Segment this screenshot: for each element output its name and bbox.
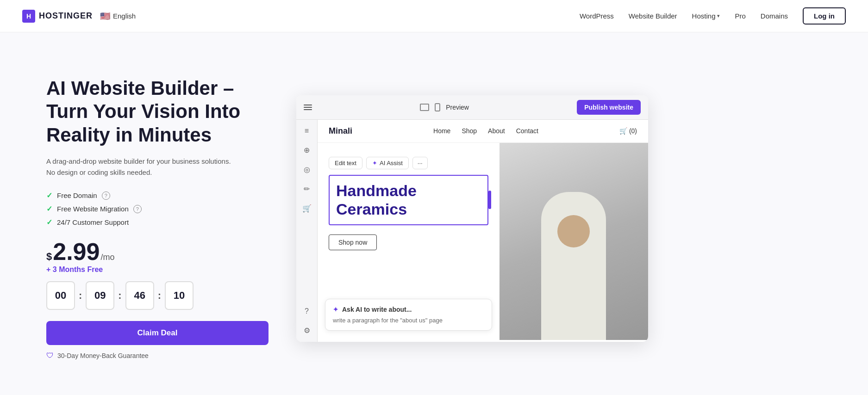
main-header: H HOSTINGER 🇺🇸 English WordPress Website…	[0, 0, 868, 32]
builder-preview: Preview Publish website ≡ ⊕ ◎ ✏ 🛒 ? ⚙	[296, 95, 846, 342]
info-icon-domain[interactable]: ?	[102, 191, 110, 200]
sidebar-help-icon[interactable]: ?	[301, 306, 312, 317]
person-silhouette	[500, 143, 648, 340]
feature-migration: ✓ Free Website Migration ?	[46, 204, 269, 213]
ai-panel-header: ✦ Ask AI to write about...	[333, 306, 484, 313]
countdown-hours: 00	[46, 281, 75, 310]
nav-pro[interactable]: Pro	[735, 12, 745, 20]
nav-domains[interactable]: Domains	[761, 12, 788, 20]
preview-button[interactable]: Preview	[446, 104, 469, 111]
sidebar-menu-icon[interactable]: ≡	[301, 125, 312, 136]
hero-left-panel: Edit text ✦ AI Assist ··· Handmade Ceram…	[318, 143, 500, 340]
check-icon-3: ✓	[46, 218, 52, 227]
shop-now-button[interactable]: Shop now	[329, 235, 377, 250]
ai-icon: ✦	[333, 306, 338, 313]
sidebar-cart-icon[interactable]: 🛒	[301, 203, 312, 214]
logo[interactable]: H HOSTINGER	[22, 10, 93, 23]
main-nav: WordPress Website Builder Hosting ▾ Pro …	[580, 7, 846, 25]
cart-icon[interactable]: 🛒 (0)	[619, 127, 637, 135]
countdown-sep-2: :	[118, 290, 121, 302]
builder-body: ≡ ⊕ ◎ ✏ 🛒 ? ⚙ Minali Home	[296, 120, 648, 342]
main-content: AI Website Builder – Turn Your Vision In…	[0, 32, 868, 395]
hero-right-image	[500, 143, 648, 340]
language-selector[interactable]: 🇺🇸 English	[100, 11, 136, 21]
logo-text: HOSTINGER	[39, 11, 93, 21]
price-amount: 2.99	[53, 240, 100, 264]
hero-title: AI Website Builder – Turn Your Vision In…	[46, 77, 269, 147]
flag-icon: 🇺🇸	[100, 11, 110, 21]
builder-sidebar: ≡ ⊕ ◎ ✏ 🛒 ? ⚙	[296, 120, 318, 342]
price-bonus: + 3 Months Free	[46, 265, 269, 274]
website-nav-links: Home Shop About Contact	[433, 127, 538, 135]
builder-toolbar: Preview Publish website	[296, 95, 648, 120]
edit-toolbar: Edit text ✦ AI Assist ···	[329, 157, 488, 169]
claim-deal-button[interactable]: Claim Deal	[46, 321, 269, 345]
price-dollar: $	[46, 251, 52, 263]
website-nav: Minali Home Shop About Contact 🛒 (0)	[318, 120, 648, 143]
countdown-minutes: 09	[86, 281, 114, 310]
nav-hosting[interactable]: Hosting ▾	[692, 12, 720, 20]
feature-support: ✓ 24/7 Customer Support	[46, 218, 269, 227]
website-nav-about[interactable]: About	[488, 127, 505, 135]
website-logo: Minali	[329, 126, 352, 136]
check-icon: ✓	[46, 191, 52, 200]
sidebar-settings-icon[interactable]: ⚙	[301, 325, 312, 336]
image-placeholder	[500, 143, 648, 340]
ai-assist-button[interactable]: ✦ AI Assist	[366, 157, 409, 169]
countdown-timer: 00 : 09 : 46 : 10	[46, 281, 269, 310]
price-display: $ 2.99 /mo	[46, 240, 269, 264]
countdown-sep-1: :	[79, 290, 82, 302]
publish-website-button[interactable]: Publish website	[577, 100, 641, 115]
editable-title-block[interactable]: Handmade Ceramics	[329, 175, 488, 226]
website-nav-contact[interactable]: Contact	[516, 127, 538, 135]
features-list: ✓ Free Domain ? ✓ Free Website Migration…	[46, 191, 269, 227]
hero-subtitle: A drag-and-drop website builder for your…	[46, 156, 269, 178]
toolbar-center: Preview	[420, 103, 469, 111]
edit-text-button[interactable]: Edit text	[329, 157, 362, 169]
website-area: Minali Home Shop About Contact 🛒 (0)	[318, 120, 648, 342]
hamburger-icon[interactable]	[304, 105, 312, 110]
nav-website-builder[interactable]: Website Builder	[629, 12, 677, 20]
ai-sparkle-icon: ✦	[372, 160, 377, 167]
logo-icon: H	[22, 10, 35, 23]
shield-icon: 🛡	[46, 352, 54, 360]
nav-wordpress[interactable]: WordPress	[580, 12, 614, 20]
sidebar-edit-icon[interactable]: ✏	[301, 184, 312, 195]
info-icon-migration[interactable]: ?	[133, 205, 142, 213]
countdown-seconds: 46	[125, 281, 154, 310]
check-icon-2: ✓	[46, 204, 52, 213]
hero-ceramic-title: Handmade Ceramics	[336, 181, 481, 219]
login-button[interactable]: Log in	[803, 7, 846, 25]
sidebar-layers-icon[interactable]: ◎	[301, 164, 312, 175]
price-block: $ 2.99 /mo + 3 Months Free	[46, 240, 269, 274]
countdown-sep-3: :	[158, 290, 161, 302]
website-nav-home[interactable]: Home	[433, 127, 450, 135]
sidebar-add-icon[interactable]: ⊕	[301, 145, 312, 156]
desktop-icon[interactable]	[420, 104, 429, 111]
ai-panel: ✦ Ask AI to write about... write a parag…	[325, 299, 492, 331]
more-options-button[interactable]: ···	[412, 157, 428, 169]
mobile-icon[interactable]	[435, 103, 440, 111]
website-nav-shop[interactable]: Shop	[462, 127, 477, 135]
countdown-frames: 10	[165, 281, 194, 310]
website-hero: Edit text ✦ AI Assist ··· Handmade Ceram…	[318, 143, 648, 340]
feature-free-domain: ✓ Free Domain ?	[46, 191, 269, 200]
builder-window: Preview Publish website ≡ ⊕ ◎ ✏ 🛒 ? ⚙	[296, 95, 648, 342]
toolbar-left	[304, 105, 312, 110]
hero-left: AI Website Builder – Turn Your Vision In…	[46, 77, 269, 360]
language-label: English	[113, 12, 136, 20]
header-left: H HOSTINGER 🇺🇸 English	[22, 10, 136, 23]
guarantee-label: 🛡 30-Day Money-Back Guarantee	[46, 352, 269, 360]
ai-panel-text[interactable]: write a paragraph for the "about us" pag…	[333, 317, 484, 324]
price-period: /mo	[100, 253, 114, 262]
chevron-down-icon: ▾	[717, 13, 720, 19]
